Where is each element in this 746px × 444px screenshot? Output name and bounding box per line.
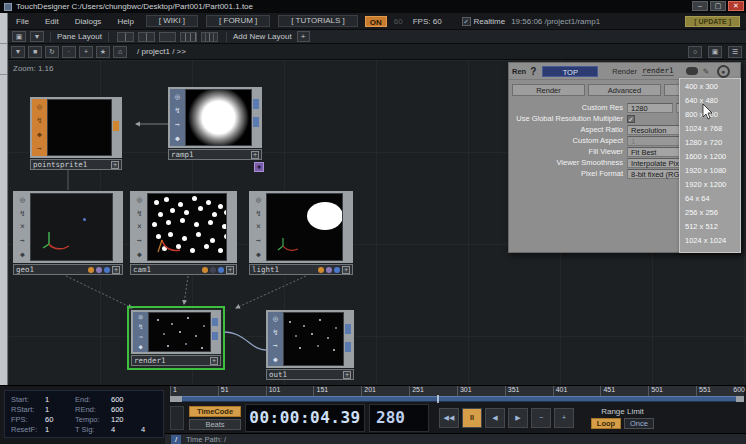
node-render1[interactable]: ◎ ↯ → ◆ render1 +: [131, 310, 221, 366]
pane-layout-preset-1[interactable]: [117, 32, 134, 42]
node-cam1[interactable]: ◎ ↯ × → ◆ cam1: [130, 191, 237, 275]
display-icon[interactable]: ◎: [138, 313, 142, 321]
stop-icon[interactable]: ■: [28, 46, 42, 58]
help-button[interactable]: ?: [530, 66, 536, 77]
export-icon[interactable]: →: [175, 120, 180, 129]
gear-icon[interactable]: ●: [717, 65, 730, 78]
display-icon[interactable]: ◎: [175, 92, 180, 101]
minimize-button[interactable]: –: [692, 1, 708, 11]
expand-button[interactable]: +: [210, 357, 218, 365]
frame-display[interactable]: 280: [369, 404, 429, 432]
timecode-mode-button[interactable]: TimeCode: [189, 406, 241, 417]
resolution-menu-item[interactable]: 1920 x 1200: [680, 178, 740, 192]
wiki-link[interactable]: [ WIKI ]: [146, 15, 198, 27]
display-icon[interactable]: ◎: [20, 195, 25, 204]
star-icon[interactable]: ★: [96, 46, 110, 58]
close-button[interactable]: ✕: [728, 1, 744, 11]
resolution-menu-item[interactable]: 640 x 480: [680, 94, 740, 108]
lock-icon[interactable]: ◆: [20, 250, 25, 259]
back-icon[interactable]: ▼: [11, 46, 25, 58]
lock-icon[interactable]: ◆: [273, 355, 278, 364]
tab-advanced[interactable]: Advanced: [588, 84, 661, 96]
display-flag-dot[interactable]: [326, 267, 332, 273]
bypass-icon[interactable]: ×: [137, 222, 142, 231]
pane-layout-preset-2[interactable]: [138, 32, 155, 42]
step-forward-button[interactable]: ▶: [508, 408, 528, 428]
parameter-dialog[interactable]: Ren ? TOP Render render1 ✎ ● Render Adva…: [508, 62, 741, 253]
comment-icon[interactable]: [686, 67, 698, 75]
expand-button[interactable]: +: [343, 371, 351, 379]
node-label-bar[interactable]: light1 +: [249, 264, 353, 275]
bypass-icon[interactable]: ×: [20, 222, 25, 231]
display-flag-dot[interactable]: [96, 267, 102, 273]
resolution-menu-item[interactable]: 400 x 300: [680, 80, 740, 94]
lock-icon[interactable]: ◆: [138, 343, 142, 351]
node-label-bar[interactable]: pointsprite1 +: [30, 159, 122, 170]
flag-icon[interactable]: ↯: [20, 209, 25, 218]
node-label-bar[interactable]: geo1 +: [13, 264, 123, 275]
tutorials-link[interactable]: [ TUTORIALS ]: [278, 15, 358, 27]
export-icon[interactable]: →: [137, 236, 142, 245]
lock-icon[interactable]: ◆: [137, 250, 142, 259]
custom-res-width-field[interactable]: 1280: [627, 103, 673, 113]
split-pane-icon[interactable]: ▣: [708, 46, 722, 58]
resolution-menu-item[interactable]: 1024 x 768: [680, 122, 740, 136]
node-label-bar[interactable]: cam1 +: [130, 264, 237, 275]
reload-icon[interactable]: ↻: [45, 46, 59, 58]
node-label-bar[interactable]: render1 +: [131, 355, 221, 366]
pane-layout-preset-5[interactable]: [201, 32, 218, 42]
menu-help[interactable]: Help: [109, 17, 141, 26]
timeline-ruler[interactable]: 151101151201251301351401451501551: [170, 386, 744, 396]
menu-file[interactable]: File: [8, 17, 37, 26]
flag-icon[interactable]: ↯: [137, 209, 142, 218]
export-icon[interactable]: →: [256, 236, 261, 245]
render-flag-dot[interactable]: [202, 267, 208, 273]
expand-button[interactable]: +: [251, 151, 259, 159]
light1-viewer[interactable]: [266, 193, 343, 261]
op-name-field[interactable]: render1: [642, 66, 674, 76]
output-connector[interactable]: [253, 99, 259, 109]
resolution-menu-item[interactable]: 1024 x 1024: [680, 234, 740, 248]
frame-increment-button[interactable]: +: [554, 408, 574, 428]
resolution-menu-item[interactable]: 1920 x 1080: [680, 164, 740, 178]
lock-icon[interactable]: ◆: [175, 134, 180, 143]
lock-icon[interactable]: ◆: [256, 250, 261, 259]
output-connector[interactable]: [253, 117, 259, 127]
pickable-flag-dot[interactable]: [334, 267, 340, 273]
bookmark-icon[interactable]: ▣: [12, 31, 26, 42]
skip-to-start-button[interactable]: ◀◀: [439, 408, 459, 428]
timeline-settings-panel[interactable]: Start:1 End:600 RStart:1 REnd:600 FPS:60…: [4, 390, 164, 438]
out1-viewer[interactable]: [283, 312, 344, 366]
node-pointsprite1[interactable]: ◎ ↯ ◆ → pointsprite1 +: [30, 97, 122, 170]
node-label-bar[interactable]: ramp1 +: [168, 149, 262, 160]
bypass-icon[interactable]: ×: [256, 222, 261, 231]
resolution-menu-item[interactable]: 1600 x 1200: [680, 150, 740, 164]
menu-dialogs[interactable]: Dialogs: [67, 17, 110, 26]
update-button[interactable]: [ UPDATE ]: [685, 16, 740, 27]
expand-button[interactable]: +: [226, 266, 234, 274]
once-button[interactable]: Once: [624, 418, 654, 429]
pickable-flag-dot[interactable]: [104, 267, 110, 273]
step-back-button[interactable]: ◀: [485, 408, 505, 428]
flag-icon[interactable]: ↯: [37, 116, 42, 125]
render-flag-dot[interactable]: [318, 267, 324, 273]
breadcrumb[interactable]: / project1 / >>: [137, 47, 186, 56]
add-bookmark-icon[interactable]: +: [79, 46, 93, 58]
export-icon[interactable]: →: [273, 341, 278, 350]
expand-button[interactable]: +: [342, 266, 350, 274]
display-icon[interactable]: ◎: [256, 195, 261, 204]
output-connector[interactable]: [212, 332, 218, 340]
export-icon[interactable]: →: [138, 333, 142, 341]
node-geo1[interactable]: ◎ ↯ × → ◆ geo1: [13, 191, 123, 275]
pencil-icon[interactable]: ✎: [700, 66, 713, 77]
add-layout-button[interactable]: +: [297, 31, 310, 42]
display-flag-dot[interactable]: [210, 267, 216, 273]
node-ramp1[interactable]: ◎ ↯ → ◆ ramp1 + ✱: [168, 87, 262, 160]
display-icon[interactable]: ◎: [37, 102, 42, 111]
realtime-checkbox[interactable]: ✓: [462, 17, 471, 26]
loop-button[interactable]: Loop: [591, 418, 621, 429]
node-light1[interactable]: ◎ ↯ × → ◆ light1: [249, 191, 353, 275]
display-icon[interactable]: ◎: [137, 195, 142, 204]
cam1-viewer[interactable]: [147, 193, 227, 261]
resolution-menu-item[interactable]: 256 x 256: [680, 206, 740, 220]
